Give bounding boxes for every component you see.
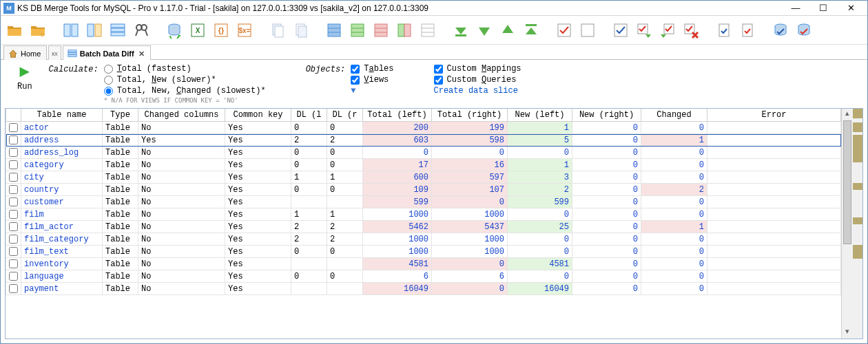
col-new-right[interactable]: New (right): [572, 109, 641, 122]
col-dl-right[interactable]: DL (r: [327, 109, 363, 122]
uncheck-all-icon[interactable]: [578, 21, 597, 40]
tab-kx[interactable]: кх: [48, 45, 61, 60]
home-icon: [8, 49, 18, 58]
custom-mappings[interactable]: Custom Mappings: [434, 64, 521, 74]
arrow-down-first-icon[interactable]: [451, 21, 471, 40]
data-grid-wrapper: Table name Type Changed columns Common k…: [5, 108, 863, 339]
arrow-up-icon[interactable]: [498, 21, 517, 40]
create-data-slice-link[interactable]: Create data slice: [434, 86, 521, 96]
check-sync-left-icon[interactable]: [658, 21, 677, 40]
grid-green-icon[interactable]: [348, 21, 367, 40]
check-delete-icon[interactable]: [681, 21, 701, 40]
vertical-scrollbar[interactable]: ▴ ▾: [841, 109, 853, 338]
find-icon[interactable]: [132, 21, 151, 40]
table-row[interactable]: paymentTableNoYes1604901604900: [6, 283, 841, 295]
tab-batch-data-diff[interactable]: Batch Data Diff ✕: [63, 45, 151, 60]
copy-left-icon[interactable]: [268, 21, 287, 40]
col-dl-left[interactable]: DL (l: [291, 109, 327, 122]
svg-rect-35: [422, 24, 434, 36]
table-row[interactable]: filmTableNoYes1110001000000: [6, 208, 841, 221]
svg-marker-48: [645, 34, 651, 38]
minimize-button[interactable]: ―: [786, 2, 805, 14]
table-row[interactable]: categoryTableNoYes001716100: [6, 159, 841, 171]
svg-rect-4: [95, 24, 101, 36]
col-total-left[interactable]: Total (left): [363, 109, 432, 122]
svg-rect-27: [351, 24, 364, 36]
table-row[interactable]: actorTableNoYes00200199100: [6, 122, 841, 134]
col-new-left[interactable]: New (left): [508, 109, 572, 122]
svg-rect-21: [275, 26, 283, 37]
svg-rect-23: [298, 26, 307, 37]
calc-opt-total[interactable]: Total (fastest): [104, 64, 266, 74]
table-row[interactable]: cityTableNoYes11600597300: [6, 171, 841, 184]
batch-data-diff-icon[interactable]: [108, 21, 127, 40]
close-button[interactable]: ✕: [841, 2, 860, 14]
table-row[interactable]: addressTableYesYes22603598501: [6, 134, 841, 147]
arrow-up-last-icon[interactable]: [521, 21, 541, 40]
calculate-options: Total (fastest) Total, New (slower)* Tot…: [104, 64, 266, 104]
db-check-red-icon[interactable]: [794, 21, 814, 40]
col-changed-columns[interactable]: Changed columns: [138, 109, 225, 122]
data-grid[interactable]: Table name Type Changed columns Common k…: [6, 109, 841, 338]
svg-rect-34: [404, 24, 411, 36]
objects-views[interactable]: Views: [351, 75, 393, 85]
grid-blue-icon[interactable]: [324, 21, 344, 40]
table-row[interactable]: address_logTableNoYes0000000: [6, 147, 841, 159]
col-total-right[interactable]: Total (right): [432, 109, 508, 122]
svg-marker-40: [479, 28, 490, 36]
col-checkbox[interactable]: [6, 109, 21, 122]
col-type[interactable]: Type: [103, 109, 138, 122]
col-table-name[interactable]: Table name: [21, 109, 103, 122]
col-error[interactable]: Error: [707, 109, 841, 122]
grid-white-icon[interactable]: [418, 21, 437, 40]
open-db-right-icon[interactable]: [28, 21, 48, 40]
diff-overview-strip[interactable]: [853, 109, 862, 338]
grid-pink-icon[interactable]: [371, 21, 391, 40]
check-left-icon[interactable]: [611, 21, 630, 40]
window-title: KS DB Merge Tools for MySQL - Pro v 1.17…: [17, 3, 786, 13]
table-row[interactable]: inventoryTableNoYes45810458100: [6, 258, 841, 270]
svg-line-10: [136, 30, 138, 36]
script-braces-icon[interactable]: {}: [211, 21, 231, 40]
col-changed[interactable]: Changed: [641, 109, 707, 122]
db-check-blue-icon[interactable]: [771, 21, 790, 40]
object-diff-icon[interactable]: [61, 21, 81, 40]
table-row[interactable]: film_actorTableNoYes22546254372501: [6, 221, 841, 233]
arrow-down-icon[interactable]: [475, 21, 494, 40]
script-dollar-icon[interactable]: $x=: [235, 21, 254, 40]
maximize-button[interactable]: ☐: [814, 2, 833, 14]
run-icon[interactable]: ▶: [20, 64, 30, 80]
copy-right-icon[interactable]: [291, 21, 311, 40]
doc-right-icon[interactable]: [738, 21, 757, 40]
doc-left-icon[interactable]: [714, 21, 734, 40]
export-excel-icon[interactable]: X: [188, 21, 207, 40]
tab-close-icon[interactable]: ✕: [138, 50, 145, 58]
tab-kx-label: кх: [52, 50, 57, 57]
query-result-diff-icon[interactable]: [85, 21, 104, 40]
table-row[interactable]: film_categoryTableNoYes2210001000000: [6, 233, 841, 246]
calc-note: * N/A FOR VIEWS IF COMMON KEY = 'NO': [104, 97, 266, 104]
open-db-left-icon[interactable]: [5, 21, 24, 40]
table-row[interactable]: countryTableNoYes00109107202: [6, 184, 841, 196]
table-row[interactable]: film_textTableNoYes0010001000000: [6, 246, 841, 258]
run-block: ▶ Run: [17, 64, 32, 92]
svg-rect-3: [87, 24, 94, 36]
sync-db-icon[interactable]: [165, 21, 184, 40]
calc-opt-total-new[interactable]: Total, New (slower)*: [104, 75, 266, 85]
filter-icon[interactable]: ▼: [351, 86, 393, 96]
grid-split-icon[interactable]: [395, 21, 414, 40]
objects-tables[interactable]: Tables: [351, 64, 393, 74]
table-row[interactable]: languageTableNoYes0066000: [6, 270, 841, 283]
tab-home[interactable]: Home: [3, 45, 47, 60]
calc-opt-total-new-changed[interactable]: Total, New, Changed (slowest)*: [104, 86, 266, 96]
svg-rect-44: [558, 24, 570, 36]
custom-queries[interactable]: Custom Queries: [434, 75, 521, 85]
check-all-icon[interactable]: [555, 21, 574, 40]
svg-rect-42: [526, 24, 537, 26]
svg-marker-38: [455, 28, 466, 34]
col-common-key[interactable]: Common key: [225, 109, 291, 122]
check-sync-right-icon[interactable]: [634, 21, 654, 40]
table-row[interactable]: customerTableNoYes599059900: [6, 196, 841, 208]
svg-marker-50: [661, 34, 666, 38]
tab-strip: Home кх Batch Data Diff ✕: [1, 45, 867, 60]
